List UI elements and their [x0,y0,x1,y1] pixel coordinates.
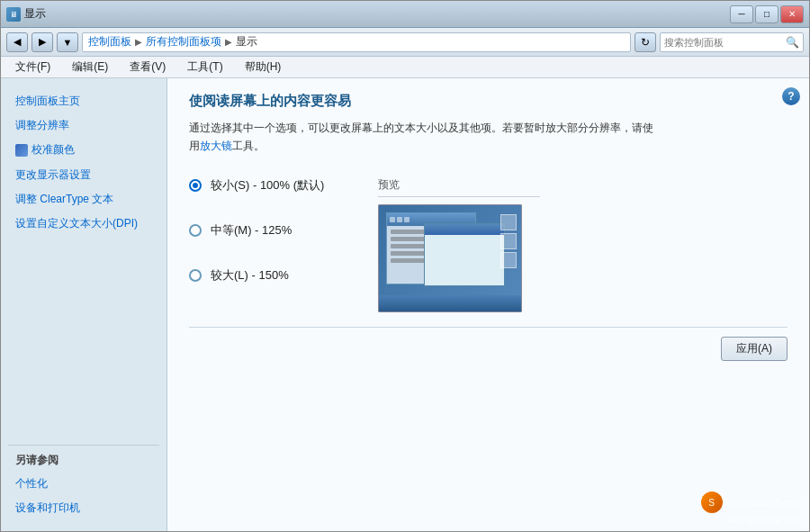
help-icon[interactable]: ? [782,87,800,105]
preview-dot-2 [397,217,402,222]
radio-options: 较小(S) - 100% (默认) 中等(M) - 125% 较大(L) - 1… [189,177,324,312]
title-bar: 🖥 显示 ─ □ ✕ [1,1,809,28]
dropdown-button[interactable]: ▼ [57,32,78,52]
sidebar-item-display[interactable]: 更改显示器设置 [8,163,159,187]
preview-dot-1 [390,217,395,222]
minimize-button[interactable]: ─ [730,5,753,23]
content-description: 通过选择其中一个选项，可以更改屏幕上的文本大小以及其他项。若要暂时放大部分分辨率… [189,119,657,156]
breadcrumb-arrow1: ▶ [135,37,142,47]
radio-option-small[interactable]: 较小(S) - 100% (默认) [189,177,324,194]
breadcrumb-arrow2: ▶ [225,37,232,47]
main-area: 控制面板主页 调整分辨率 校准颜色 更改显示器设置 调整 ClearType 文… [1,78,809,531]
sidebar-item-home[interactable]: 控制面板主页 [8,89,159,113]
radio-label-small: 较小(S) - 100% (默认) [211,177,324,194]
back-button[interactable]: ◀ [6,32,28,52]
window-icon: 🖥 [6,7,21,22]
preview-icon-2 [500,233,517,249]
radio-label-large: 较大(L) - 150% [211,267,289,284]
search-box: 🔍 [660,32,804,52]
preview-dot-3 [404,217,410,222]
sidebar-item-devices[interactable]: 设备和打印机 [8,496,159,520]
bottom-divider [189,327,788,328]
radio-circle-small [189,179,202,192]
sidebar-item-cleartype[interactable]: 调整 ClearType 文本 [8,187,159,212]
radio-option-medium[interactable]: 中等(M) - 125% [189,222,324,239]
options-area: 较小(S) - 100% (默认) 中等(M) - 125% 较大(L) - 1… [189,177,788,312]
watermark: S Shenduwin8.com xitongcheng.com [701,491,802,524]
shield-icon [15,144,28,157]
refresh-button[interactable]: ↻ [634,32,656,52]
breadcrumb-part3: 显示 [236,34,257,50]
radio-label-medium: 中等(M) - 125% [211,222,292,239]
watermark-text-2: xitongcheng.com [701,513,802,524]
address-bar: ◀ ▶ ▼ 控制面板 ▶ 所有控制面板项 ▶ 显示 ↻ 🔍 [1,28,809,57]
sidebar-also-title: 另请参阅 [8,445,159,472]
sidebar-item-personalization[interactable]: 个性化 [8,472,159,496]
menu-file[interactable]: 文件(F) [8,58,58,77]
breadcrumb: 控制面板 ▶ 所有控制面板项 ▶ 显示 [82,32,631,52]
menu-view[interactable]: 查看(V) [122,58,173,77]
search-icon: 🔍 [786,36,799,49]
window-title: 显示 [24,6,46,22]
forward-button[interactable]: ▶ [32,32,53,52]
magnifier-link[interactable]: 放大镜 [200,140,232,152]
radio-circle-large [189,269,202,282]
content-panel: ? 使阅读屏幕上的内容更容易 通过选择其中一个选项，可以更改屏幕上的文本大小以及… [167,78,809,531]
content-title: 使阅读屏幕上的内容更容易 [189,93,788,110]
preview-icon-group [500,214,517,268]
sidebar-item-color[interactable]: 校准颜色 [8,138,159,162]
preview-label: 预览 [378,177,540,197]
preview-icon-3 [500,252,517,268]
title-bar-left: 🖥 显示 [6,6,46,22]
main-window: 🖥 显示 ─ □ ✕ ◀ ▶ ▼ 控制面板 ▶ 所有控制面板项 ▶ 显示 ↻ 🔍… [0,0,810,532]
close-button[interactable]: ✕ [780,5,804,23]
preview-panel: 预览 [378,177,540,312]
menu-tools[interactable]: 工具(T) [180,58,230,77]
search-input[interactable] [664,37,782,48]
menu-bar: 文件(F) 编辑(E) 查看(V) 工具(T) 帮助(H) [1,57,809,78]
sidebar-label-color: 校准颜色 [32,141,75,158]
preview-window-bar-2 [425,224,504,235]
desc-text-2: 工具。 [232,140,265,152]
sidebar-item-resolution[interactable]: 调整分辨率 [8,113,159,138]
sidebar-spacer [8,236,159,445]
sidebar: 控制面板主页 调整分辨率 校准颜色 更改显示器设置 调整 ClearType 文… [1,78,167,531]
preview-taskbar [379,295,521,311]
menu-help[interactable]: 帮助(H) [238,58,289,77]
watermark-logo: S Shenduwin8.com [701,491,802,513]
watermark-text-1: Shenduwin8.com [726,497,802,508]
radio-option-large[interactable]: 较大(L) - 150% [189,267,324,284]
maximize-button[interactable]: □ [755,5,778,23]
radio-circle-medium [189,224,202,237]
breadcrumb-part2[interactable]: 所有控制面板项 [146,34,221,50]
preview-window-2 [424,223,505,286]
sidebar-item-dpi[interactable]: 设置自定义文本大小(DPI) [8,212,159,236]
breadcrumb-part1[interactable]: 控制面板 [88,34,131,50]
watermark-shield-icon: S [701,491,723,513]
preview-icon-1 [500,214,517,230]
menu-edit[interactable]: 编辑(E) [65,58,115,77]
apply-button[interactable]: 应用(A) [721,337,788,361]
window-controls: ─ □ ✕ [730,5,804,23]
preview-image [378,204,522,312]
